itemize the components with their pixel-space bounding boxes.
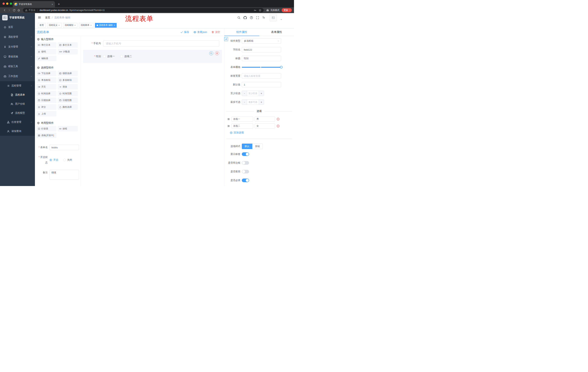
gender-option-1[interactable]: 选项一 — [103, 55, 115, 58]
palette-item-slider[interactable]: 滑块 — [58, 84, 78, 90]
palette-item-rate[interactable]: 评分 — [36, 104, 56, 110]
slider-track[interactable] — [242, 67, 281, 68]
sidebar-item-process-mgmt[interactable]: 流程管理 — [0, 81, 35, 90]
status-radio-off[interactable]: 关闭 — [63, 158, 72, 162]
bookmark-star-icon[interactable] — [259, 9, 262, 12]
save-button[interactable]: 保存 — [180, 31, 189, 34]
option-label-input[interactable] — [231, 123, 253, 128]
form-canvas[interactable]: 手机号 性别 选项一 选项二 — [81, 36, 224, 186]
tag-process-form[interactable]: 流程表单 — [79, 23, 93, 28]
increment-button[interactable]: + — [259, 100, 264, 105]
sidebar-item-process-form[interactable]: 流程表单 — [0, 90, 35, 99]
sidebar-item-leave-query[interactable]: 请假查询 — [0, 127, 35, 136]
min-select-input[interactable] — [247, 91, 259, 96]
home-icon[interactable] — [16, 8, 21, 12]
palette-item-upload[interactable]: 上传 — [36, 111, 56, 117]
increment-button[interactable]: + — [259, 91, 264, 96]
tag-process-form-edit[interactable]: 流程表单-编辑 — [95, 23, 117, 28]
style-button-button[interactable]: 按钮 — [252, 144, 263, 149]
slider-handle[interactable] — [280, 66, 283, 68]
component-type-select[interactable]: 多选框组 — [242, 38, 281, 44]
default-value-input[interactable] — [242, 82, 281, 87]
search-icon[interactable] — [237, 16, 241, 19]
minimize-window-button[interactable] — [6, 2, 8, 5]
sidebar-item-task-mgmt[interactable]: 任务管理 — [0, 117, 35, 127]
close-icon[interactable] — [58, 24, 60, 26]
tag-process-definition[interactable]: 流程定义 — [47, 23, 62, 28]
help-icon[interactable] — [250, 16, 253, 19]
gender-option-2[interactable]: 选项二 — [120, 55, 132, 58]
tag-home[interactable]: 首页 — [38, 23, 45, 28]
grid-slider[interactable] — [242, 64, 281, 70]
phone-input[interactable] — [103, 40, 219, 47]
reload-icon[interactable] — [12, 8, 16, 12]
close-icon[interactable] — [90, 24, 92, 26]
drag-handle-icon[interactable] — [227, 125, 230, 128]
decrement-button[interactable]: - — [242, 91, 247, 96]
palette-item-button[interactable]: 按钮 — [58, 126, 78, 131]
palette-item-cascader[interactable]: 级联选择 — [58, 71, 78, 76]
sidebar-item-workflow[interactable]: 工作流程 — [0, 71, 35, 81]
palette-item-table[interactable]: 表格[开发中] — [36, 133, 56, 138]
palette-item-time-picker[interactable]: 时间选择 — [36, 91, 56, 96]
close-icon[interactable] — [114, 24, 115, 26]
avatar[interactable] — [270, 14, 277, 21]
remark-textarea[interactable]: 嘿嘿 — [50, 170, 79, 180]
new-tab-button[interactable] — [58, 2, 60, 6]
tab-component-props[interactable]: 组件属性 — [224, 28, 259, 36]
field-name-input[interactable] — [242, 47, 281, 53]
caret-down-icon[interactable] — [280, 18, 282, 21]
style-default-button[interactable]: 默认 — [242, 144, 252, 149]
max-select-input[interactable] — [247, 100, 259, 105]
required-switch[interactable] — [242, 179, 249, 182]
option-value-input[interactable] — [255, 117, 275, 122]
palette-item-checkbox-group[interactable]: 多选框组 — [58, 77, 78, 83]
kebab-menu-icon[interactable] — [289, 9, 291, 11]
border-switch[interactable] — [242, 161, 249, 165]
github-icon[interactable] — [243, 16, 247, 20]
browser-tab[interactable]: 芋道管理系统 — [13, 1, 55, 7]
sidebar-toggle-icon[interactable] — [38, 16, 41, 20]
password-key-icon[interactable] — [254, 9, 257, 12]
sidebar-item-home[interactable]: 首页 — [0, 22, 35, 32]
form-name-input[interactable] — [50, 145, 79, 150]
browser-update-button[interactable]: 更新 — [282, 8, 292, 12]
clear-button[interactable]: 清空 — [211, 31, 220, 34]
palette-item-single-text[interactable]: 单行文本 — [36, 42, 56, 48]
sidebar-item-system[interactable]: 系统管理 — [0, 32, 35, 42]
palette-item-password[interactable]: 密码 — [36, 49, 56, 54]
palette-item-switch[interactable]: 开关 — [36, 84, 56, 90]
palette-item-select[interactable]: 下拉选择 — [36, 71, 56, 76]
disabled-switch[interactable] — [242, 170, 249, 173]
tag-process-model[interactable]: 流程模型 — [63, 23, 77, 28]
sidebar-item-devtools[interactable]: 研发工具 — [0, 62, 35, 71]
close-icon[interactable] — [74, 24, 76, 26]
close-window-button[interactable] — [2, 2, 5, 5]
option-label-input[interactable] — [231, 117, 253, 122]
forward-icon[interactable] — [7, 8, 12, 12]
view-json-button[interactable]: 查看json — [193, 31, 207, 34]
font-size-icon[interactable] — [262, 16, 265, 19]
add-option-button[interactable]: 添加选项 — [230, 131, 294, 134]
delete-widget-button[interactable] — [215, 51, 219, 55]
sidebar-item-payment[interactable]: 支付管理 — [0, 42, 35, 52]
fullscreen-icon[interactable] — [256, 16, 259, 19]
sidebar-item-user-group[interactable]: 用户分组 — [0, 99, 35, 108]
breadcrumb-home[interactable]: 首页 — [45, 16, 50, 19]
back-icon[interactable] — [2, 8, 7, 12]
palette-item-time-range[interactable]: 时间范围 — [58, 91, 78, 96]
palette-item-editor[interactable]: 编辑器 — [36, 56, 56, 61]
palette-item-multi-text[interactable]: 多行文本 — [58, 42, 78, 48]
decrement-button[interactable]: - — [242, 100, 247, 105]
sidebar-item-infra[interactable]: 基础设施 — [0, 52, 35, 62]
palette-item-date-picker[interactable]: 日期选择 — [36, 97, 56, 103]
show-label-switch[interactable] — [242, 152, 249, 156]
tab-close-icon[interactable] — [52, 3, 53, 6]
widget-phone[interactable]: 手机号 — [83, 38, 222, 49]
palette-item-counter[interactable]: 123计数器 — [58, 49, 78, 54]
tab-form-props[interactable]: 表单属性 — [259, 28, 294, 36]
widget-gender[interactable]: 性别 选项一 选项二 — [83, 50, 222, 63]
sidebar-item-process-model[interactable]: 流程模型 — [0, 108, 35, 117]
option-value-input[interactable] — [255, 123, 275, 128]
maximize-window-button[interactable] — [10, 2, 12, 5]
